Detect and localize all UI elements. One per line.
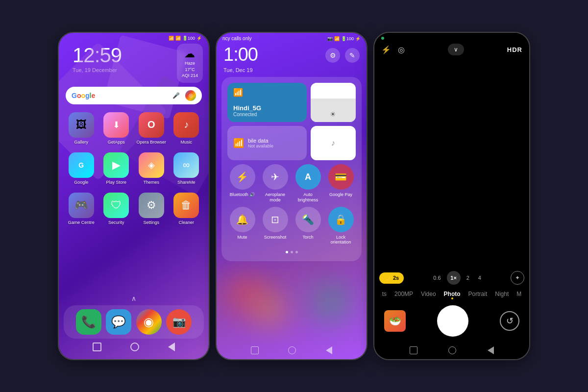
cam-flip-button[interactable]: ↺ [500, 311, 519, 331]
screenshot-btn: ⊡ [263, 207, 288, 232]
app-label-themes: Themes [143, 180, 159, 185]
aeroplane-label: Aeroplane mode [260, 192, 290, 203]
dock-chrome[interactable]: ◉ [136, 309, 162, 335]
app-getapps[interactable]: ⬇ GetApps [101, 112, 132, 145]
ctrl-settings-icon[interactable]: ⚙ [325, 48, 340, 63]
googlepay-btn: 💳 [328, 164, 354, 190]
cam-mode-video[interactable]: Video [421, 291, 436, 297]
cam-top-controls: ⚡ ◎ ∨ HDR [374, 42, 529, 59]
ctrl-wifi-tile[interactable]: 📶 Hindi_5G Connected [227, 83, 307, 122]
app-cleaner[interactable]: 🗑 Cleaner [171, 193, 202, 225]
zoom-1x[interactable]: 1× [447, 271, 461, 285]
app-gallery[interactable]: 🖼 Gallery [66, 112, 97, 145]
ctrl-mobile-tile[interactable]: 📶 bile data Not available [227, 126, 307, 160]
toggle-bluetooth[interactable]: ⚡ Bluetooth 🔊 [227, 164, 257, 203]
ctrl-edit-icon[interactable]: ✎ [345, 48, 360, 63]
app-themes[interactable]: ◈ Themes [136, 152, 167, 185]
toggle-mute[interactable]: 🔔 Mute [227, 207, 257, 245]
cam-nav-recent[interactable] [410, 346, 417, 354]
ctrl-nav-home[interactable] [288, 346, 296, 354]
app-grid-row3: 🎮 Game Centre 🛡 Security ⚙ Settings 🗑 Cl… [59, 189, 209, 229]
search-bar[interactable]: Google 🎤 ◎ [66, 87, 202, 104]
cam-mode-night[interactable]: Night [495, 291, 509, 297]
app-google[interactable]: G Google [66, 152, 97, 185]
app-playstore[interactable]: ▶ Play Store [101, 152, 132, 185]
toggle-googlepay[interactable]: 💳 Google Pay [326, 164, 356, 203]
cam-gallery-thumbnail[interactable]: 🥗 [384, 310, 406, 332]
ctrl-nav-back[interactable] [326, 346, 332, 354]
search-mic-icon[interactable]: 🎤 [171, 90, 181, 101]
autobrightness-btn: A [295, 164, 321, 190]
cam-focus-icon[interactable]: ◎ [398, 45, 405, 54]
dot-3 [295, 251, 298, 253]
ctrl-music-tile[interactable]: ♪ [311, 126, 356, 160]
dock-phone[interactable]: 📞 [76, 309, 101, 335]
ctrl-time-area: 1:00 Tue, Dec 19 ⚙ ✎ [217, 42, 367, 77]
app-icon-playstore: ▶ [103, 152, 129, 178]
weather-aqi: AQI 214 [182, 73, 198, 79]
phone-control-center: ncy calls only 📷 📶 🔋100 ⚡ 1:00 Tue, Dec … [216, 32, 368, 360]
mobile-icon: 📶 [233, 138, 244, 148]
toggle-screenshot[interactable]: ⊡ Screenshot [260, 207, 290, 245]
app-gamecentre[interactable]: 🎮 Game Centre [66, 193, 97, 225]
timer-label: 2s [393, 275, 399, 281]
camera-screen: ⚡ ◎ ∨ HDR 🌙 2s 0.6 1× 2 4 ✦ [374, 33, 529, 359]
navigation-bar [59, 339, 209, 355]
app-icon-themes: ◈ [139, 152, 164, 178]
cam-mode-portrait[interactable]: Portrait [468, 291, 488, 297]
app-icon-google: G [69, 152, 94, 178]
weather-widget: ☁ Haze 17°C AQI 214 [177, 44, 203, 83]
ctrl-page-dots [227, 251, 356, 253]
sim-icon: 📶 [169, 36, 174, 41]
nav-back[interactable] [168, 343, 175, 351]
cam-dropdown-arrow: ∨ [454, 46, 458, 53]
toggle-lockorientation[interactable]: 🔒 Lock orientation [326, 207, 356, 245]
cam-mode-photo[interactable]: Photo [444, 291, 461, 297]
weather-icon: ☁ [182, 48, 198, 60]
dock-camera[interactable]: 📷 [166, 309, 192, 335]
app-icon-security: 🛡 [103, 193, 129, 218]
cam-controls-row: 🥗 ↺ [374, 300, 529, 343]
cam-dropdown[interactable]: ∨ [448, 44, 464, 55]
blur-blob-3 [313, 285, 347, 319]
toggle-autobrightness[interactable]: A Auto brightness [293, 164, 323, 203]
app-settings[interactable]: ⚙ Settings [136, 193, 167, 225]
moon-icon: 🌙 [384, 275, 391, 281]
brightness-slider[interactable]: ☀ [311, 83, 356, 122]
cam-mode-ts[interactable]: ts [382, 291, 387, 297]
ctrl-nav-recent[interactable] [251, 346, 259, 354]
brightness-icon: ☀ [330, 110, 336, 118]
nav-home[interactable] [130, 343, 139, 351]
dock-icon-camera: 📷 [166, 309, 192, 335]
app-shareme[interactable]: ∞ ShareMe [171, 152, 202, 185]
app-icon-opera: O [139, 112, 164, 138]
search-lens-icon[interactable]: ◎ [185, 90, 196, 101]
toggle-aeroplane[interactable]: ✈ Aeroplane mode [260, 164, 290, 203]
wifi-icon: 📶 [334, 36, 340, 41]
zoom-2[interactable]: 2 [464, 273, 472, 282]
zoom-06[interactable]: 0.6 [430, 273, 443, 282]
app-music[interactable]: ♪ Music [171, 112, 202, 145]
cam-icon: 📷 [327, 36, 333, 41]
cam-mode-200mp[interactable]: 200MP [394, 291, 413, 297]
cam-flash-icon[interactable]: ⚡ [381, 45, 391, 54]
cam-nav-bar [374, 343, 529, 359]
brightness-area: ☀ [311, 83, 356, 122]
cam-timer-btn[interactable]: 🌙 2s [379, 272, 404, 284]
cam-shutter-button[interactable] [437, 305, 468, 337]
app-grid-row1: 🖼 Gallery ⬇ GetApps O Opera Browser ♪ Mu… [59, 108, 209, 148]
app-opera[interactable]: O Opera Browser [136, 112, 167, 145]
cam-hdr-toggle[interactable]: HDR [507, 46, 522, 53]
app-security[interactable]: 🛡 Security [101, 193, 132, 225]
bolt-icon: ⚡ [196, 36, 202, 41]
cam-nav-back[interactable] [488, 346, 494, 354]
zoom-4[interactable]: 4 [475, 273, 484, 282]
nav-recent[interactable] [93, 343, 101, 351]
cam-settings-btn[interactable]: ✦ [511, 271, 524, 285]
bluetooth-btn: ⚡ [230, 164, 255, 190]
toggle-torch[interactable]: 🔦 Torch [293, 207, 323, 245]
dock-messages[interactable]: 💬 [106, 309, 131, 335]
cam-nav-home[interactable] [448, 346, 456, 354]
mute-btn: 🔔 [230, 207, 255, 232]
cam-mode-m[interactable]: M [516, 291, 521, 297]
